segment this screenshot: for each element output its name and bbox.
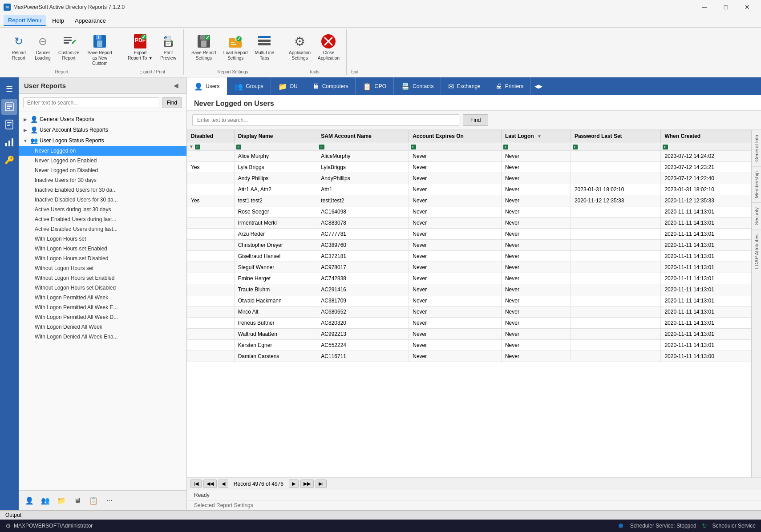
tab-contacts[interactable]: 📇 Contacts — [394, 77, 441, 95]
table-row[interactable]: Ireneus Büttner AC820320 Never Never 202… — [187, 318, 751, 329]
tab-printers[interactable]: 🖨 Printers — [488, 77, 531, 95]
sidebar-tab-security[interactable]: Security — [752, 202, 761, 230]
tree-child-no-logon-hours-disabled[interactable]: Without Logon Hours set Disabled — [19, 283, 186, 293]
table-row[interactable]: Christopher Dreyer AC389760 Never Never … — [187, 240, 751, 251]
table-row[interactable]: Siegulf Wanner AC978017 Never Never 2020… — [187, 262, 751, 273]
last-page-button[interactable]: ▶| — [316, 480, 327, 488]
filter-cell[interactable]: E — [501, 142, 571, 151]
save-report-button[interactable]: Save Reportas New Custom — [83, 31, 116, 69]
left-find-button[interactable]: Find — [162, 97, 182, 108]
table-row[interactable]: Arzu Reder AC777781 Never Never 2020-11-… — [187, 229, 751, 240]
customize-report-button[interactable]: CustomizeReport — [55, 31, 82, 63]
filter-cell[interactable]: E — [409, 142, 502, 151]
tree-child-no-logon-hours[interactable]: Without Logon Hours set — [19, 263, 186, 273]
filter-cell[interactable]: E — [234, 142, 317, 151]
tree-item-account-status[interactable]: ▶ 👤 User Account Status Reports — [19, 125, 186, 135]
table-row[interactable]: Irmentraut Merkl AC883078 Never Never 20… — [187, 218, 751, 229]
tree-child-never-logged-disabled[interactable]: Never Logged on Disabled — [19, 165, 186, 175]
tree-child-logon-hours-disabled[interactable]: With Logon Hours set Disabled — [19, 254, 186, 263]
col-sam[interactable]: SAM Account Name — [317, 130, 409, 142]
reload-report-button[interactable]: ↻ ReloadReport — [7, 31, 30, 63]
print-preview-button[interactable]: PrintPreview — [157, 31, 180, 63]
tree-child-permitted-all-week-e[interactable]: With Logon Permitted All Week E... — [19, 302, 186, 312]
sidebar-reports-icon[interactable] — [1, 99, 17, 115]
tree-child-no-logon-hours-enabled[interactable]: Without Logon Hours set Enabled — [19, 273, 186, 283]
report-search-input[interactable] — [192, 114, 459, 126]
prev-prev-button[interactable]: ◀◀ — [203, 480, 217, 488]
tab-more-button[interactable]: ◀▶ — [531, 77, 546, 95]
tree-child-inactive-enabled-30[interactable]: Inactive Enabled Users for 30 da... — [19, 185, 186, 195]
maximize-button[interactable]: □ — [716, 0, 736, 14]
tree-child-logon-hours[interactable]: With Logon Hours set — [19, 234, 186, 244]
col-expires[interactable]: Account Expires On — [409, 130, 502, 142]
prev-button[interactable]: ◀ — [219, 480, 228, 488]
first-page-button[interactable]: |◀ — [190, 480, 202, 488]
table-row[interactable]: Traute Bluhm AC291416 Never Never 2020-1… — [187, 284, 751, 295]
table-row[interactable]: Emine Herget AC742838 Never Never 2020-1… — [187, 273, 751, 284]
tree-child-active-disabled-30[interactable]: Active Disabled Users during last... — [19, 224, 186, 234]
sidebar-doc-icon[interactable] — [1, 117, 17, 133]
next-next-button[interactable]: ▶▶ — [300, 480, 314, 488]
tree-child-permitted-all-week[interactable]: With Logon Permitted All Week — [19, 293, 186, 302]
filter-cell[interactable]: E — [571, 142, 661, 151]
tree-child-never-logged-on[interactable]: Never Logged on — [19, 146, 186, 156]
sidebar-chart-icon[interactable] — [1, 134, 17, 150]
filter-cell[interactable]: E — [661, 142, 751, 151]
footer-user-icon[interactable]: 👤 — [22, 493, 36, 508]
tree-child-denied-all-week[interactable]: With Logon Denied All Week — [19, 322, 186, 332]
tab-groups[interactable]: 👥 Groups — [227, 77, 271, 95]
table-row[interactable]: Mirco Alt AC680652 Never Never 2020-11-1… — [187, 306, 751, 318]
filter-cell[interactable]: E — [317, 142, 409, 151]
table-row[interactable]: Waltrud Maaßen AC992213 Never Never 2020… — [187, 329, 751, 340]
sidebar-tab-general[interactable]: General Info — [752, 130, 761, 166]
tab-gpo[interactable]: 📋 GPO — [356, 77, 394, 95]
table-row[interactable]: Damian Carstens AC116711 Never Never 202… — [187, 351, 751, 362]
tree-child-permitted-all-week-d[interactable]: With Logon Permitted All Week D... — [19, 312, 186, 322]
multi-line-tabs-button[interactable]: Multi-LineTabs — [252, 31, 277, 63]
save-report-settings-button[interactable]: ✓ Save ReportSettings — [188, 31, 219, 63]
output-tab[interactable]: Output — [5, 512, 21, 518]
footer-group-icon[interactable]: 👥 — [38, 493, 53, 508]
footer-ou-icon[interactable]: 📁 — [54, 493, 69, 508]
tab-ou[interactable]: 📁 OU — [271, 77, 305, 95]
table-row[interactable]: Andy Phillips AndyPhillips Never Never 2… — [187, 173, 751, 184]
left-search-input[interactable] — [23, 97, 159, 108]
sidebar-key-icon[interactable]: 🔑 — [1, 152, 17, 168]
col-when-created[interactable]: When Created — [661, 130, 751, 142]
filter-cell[interactable]: ▼ E — [187, 142, 235, 151]
tree-child-logon-hours-enabled[interactable]: With Logon Hours set Enabled — [19, 244, 186, 254]
tree-child-inactive-disabled-30[interactable]: Inactive Disabled Users for 30 da... — [19, 195, 186, 205]
load-report-settings-button[interactable]: ✓ Load ReportSettings — [220, 31, 251, 63]
tree-child-never-logged-enabled[interactable]: Never Logged on Enabled — [19, 156, 186, 165]
col-pwd-last-set[interactable]: Password Last Set — [571, 130, 661, 142]
close-button[interactable]: ✕ — [737, 0, 757, 14]
footer-computer-icon[interactable]: 🖥 — [70, 493, 85, 508]
ribbon-menu-appearance[interactable]: Appearance — [70, 16, 110, 26]
tab-users[interactable]: 👤 Users — [187, 77, 227, 95]
collapse-panel-button[interactable]: ◀ — [171, 81, 181, 90]
table-row[interactable]: Kersten Egner AC552224 Never Never 2020-… — [187, 340, 751, 351]
app-settings-button[interactable]: ⚙ ApplicationSettings — [286, 31, 314, 63]
table-row[interactable]: Attr1 AA, Attr2 Attr1 Never Never 2023-0… — [187, 184, 751, 195]
col-last-logon[interactable]: Last Logon ▼ — [501, 130, 571, 142]
ribbon-menu-help[interactable]: Help — [48, 16, 69, 26]
tree-item-logon-status[interactable]: ▼ 👥 User Logon Status Reports — [19, 135, 186, 146]
table-row[interactable]: Giseltraud Hansel AC372181 Never Never 2… — [187, 251, 751, 262]
tree-child-inactive-30[interactable]: Inactive Users for 30 days — [19, 175, 186, 185]
col-display-name[interactable]: Display Name — [234, 130, 317, 142]
tree-child-denied-all-week-ena[interactable]: With Logon Denied All Week Ena... — [19, 332, 186, 342]
col-disabled[interactable]: Disabled — [187, 130, 235, 142]
tree-item-general[interactable]: ▶ 👤 General Users Reports — [19, 114, 186, 125]
table-row[interactable]: Alice Murphy AliceMurphy Never Never 202… — [187, 151, 751, 162]
next-button[interactable]: ▶ — [289, 480, 299, 488]
export-button[interactable]: PDF✓ ExportReport To ▼ — [125, 31, 156, 63]
table-row[interactable]: Otwald Hackmann AC381709 Never Never 202… — [187, 295, 751, 306]
tab-computers[interactable]: 🖥 Computers — [305, 77, 356, 95]
sidebar-tab-ldap[interactable]: LDAP Attributes — [752, 230, 761, 273]
ribbon-menu-report[interactable]: Report Menu — [4, 15, 46, 26]
tree-child-active-enabled-30[interactable]: Active Enabled Users during last... — [19, 214, 186, 224]
table-row[interactable]: Rose Seeger AC164098 Never Never 2020-11… — [187, 206, 751, 218]
table-row[interactable]: Yes test1 test2 test1test2 Never Never 2… — [187, 195, 751, 206]
close-app-button[interactable]: CloseApplication — [315, 31, 343, 63]
table-row[interactable]: Yes Lyla Briggs LylaBriggs Never Never 2… — [187, 162, 751, 173]
